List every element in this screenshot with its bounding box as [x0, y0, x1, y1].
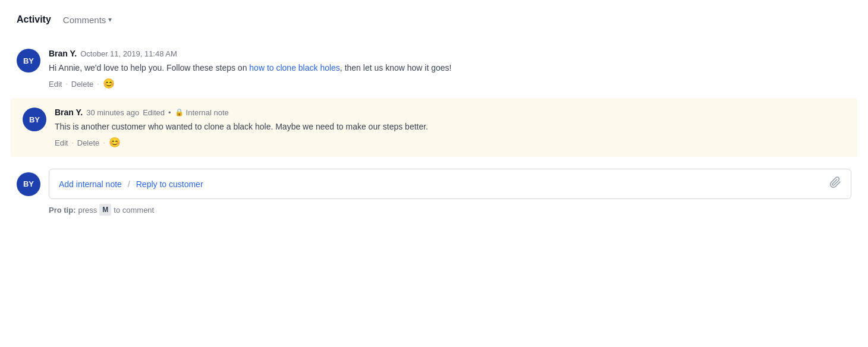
comment-link[interactable]: how to clone black holes — [249, 63, 340, 72]
comment-meta: Bran Y. October 11, 2019, 11:48 AM — [49, 49, 851, 58]
lock-icon: 🔒 — [175, 108, 184, 116]
reply-input-wrapper[interactable]: Add internal note / Reply to customer — [49, 169, 851, 199]
timestamp: October 11, 2019, 11:48 AM — [80, 49, 177, 58]
internal-note-badge: 🔒 Internal note — [175, 108, 229, 117]
activity-title: Activity — [17, 14, 51, 25]
edited-badge: Edited — [143, 108, 165, 117]
delete-link[interactable]: Delete — [77, 138, 100, 147]
comment-meta: Bran Y. 30 minutes ago Edited • 🔒 Intern… — [55, 108, 845, 117]
pro-tip-suffix: to comment — [114, 206, 154, 214]
emoji-button[interactable]: 😊 — [103, 79, 115, 89]
comment-body: Bran Y. 30 minutes ago Edited • 🔒 Intern… — [55, 108, 845, 147]
comment-actions: Edit · Delete · 😊 — [49, 79, 851, 89]
attachment-icon[interactable] — [829, 176, 841, 191]
edit-link[interactable]: Edit — [55, 138, 68, 147]
comment-text: Hi Annie, we'd love to help you. Follow … — [49, 62, 851, 74]
key-badge: M — [99, 204, 111, 216]
pro-tip-text: press — [78, 206, 98, 214]
reply-section: BY Add internal note / Reply to customer — [17, 157, 851, 204]
emoji-button[interactable]: 😊 — [109, 138, 121, 147]
add-internal-note-button[interactable]: Add internal note — [59, 179, 122, 189]
comments-dropdown[interactable]: Comments ▾ — [63, 15, 112, 25]
reply-divider: / — [128, 179, 130, 189]
timestamp: 30 minutes ago — [86, 108, 139, 117]
pro-tip-label: Pro tip: — [49, 206, 76, 214]
reply-input-placeholder: Add internal note / Reply to customer — [59, 179, 203, 189]
reply-to-customer-button[interactable]: Reply to customer — [136, 179, 203, 189]
activity-header: Activity Comments ▾ — [17, 14, 851, 25]
action-separator: · — [71, 138, 73, 147]
comments-label: Comments — [63, 15, 106, 25]
comment-text: This is another customer who wanted to c… — [55, 121, 845, 133]
comment-actions: Edit · Delete · 😊 — [55, 138, 845, 147]
comment-item: BY Bran Y. October 11, 2019, 11:48 AM Hi… — [17, 39, 851, 98]
comment-body: Bran Y. October 11, 2019, 11:48 AM Hi An… — [49, 49, 851, 89]
author-name: Bran Y. — [49, 49, 77, 58]
activity-list: BY Bran Y. October 11, 2019, 11:48 AM Hi… — [17, 39, 851, 157]
action-separator: · — [103, 138, 105, 147]
action-separator: · — [65, 80, 67, 88]
avatar: BY — [23, 108, 46, 131]
edit-link[interactable]: Edit — [49, 80, 62, 89]
avatar: BY — [17, 49, 40, 72]
internal-note-label: Internal note — [186, 108, 229, 117]
delete-link[interactable]: Delete — [71, 80, 94, 89]
dot-separator: • — [168, 108, 171, 117]
current-user-avatar: BY — [17, 172, 40, 196]
author-name: Bran Y. — [55, 108, 83, 117]
internal-note-item: BY Bran Y. 30 minutes ago Edited • 🔒 Int… — [11, 98, 857, 157]
pro-tip: Pro tip: press M to comment — [49, 204, 851, 216]
chevron-down-icon: ▾ — [108, 15, 112, 24]
action-separator: · — [97, 80, 99, 88]
